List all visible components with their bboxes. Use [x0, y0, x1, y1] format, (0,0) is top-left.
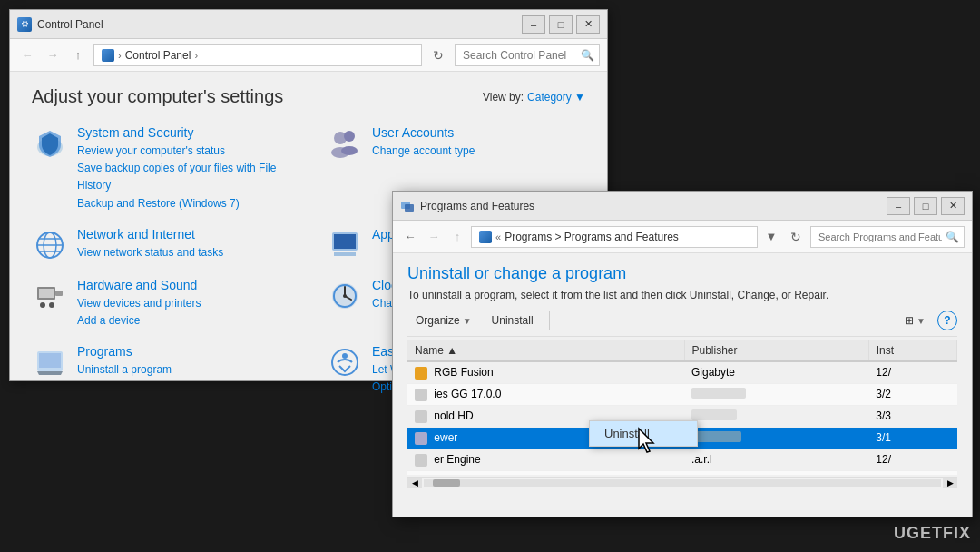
- pf-maximize-button[interactable]: □: [914, 197, 937, 215]
- scrollbar[interactable]: ◀ ▶: [407, 477, 957, 488]
- program-date: 3/2: [868, 383, 956, 405]
- name-header: Name ▲: [407, 340, 684, 361]
- system-security-title[interactable]: System and Security: [77, 125, 290, 140]
- scroll-left-button[interactable]: ◀: [407, 478, 422, 488]
- table-row[interactable]: R 6.10 (64-bit) 2/1: [407, 470, 957, 475]
- publisher-header: Publisher: [684, 340, 868, 361]
- view-by-group: View by: Category ▼: [483, 91, 585, 104]
- pf-close-button[interactable]: ✕: [941, 197, 965, 215]
- context-menu: Uninstall: [589, 420, 698, 447]
- system-security-content: System and Security Review your computer…: [77, 125, 290, 212]
- up-button[interactable]: ↑: [68, 45, 88, 65]
- table-row[interactable]: RGB Fusion Gigabyte 12/: [407, 361, 957, 383]
- svg-point-16: [40, 302, 45, 308]
- back-button[interactable]: ←: [17, 45, 37, 65]
- address-field[interactable]: › Control Panel ›: [93, 44, 422, 66]
- programs-features-window: Programs and Features – □ ✕ ← → ↑ « Prog…: [392, 191, 973, 518]
- system-security-icon: [32, 125, 68, 162]
- forward-button[interactable]: →: [43, 45, 63, 65]
- uninstall-link[interactable]: Uninstall a program: [77, 361, 172, 379]
- program-publisher: Gigabyte: [684, 361, 868, 383]
- maximize-button[interactable]: □: [549, 15, 573, 34]
- program-publisher: [684, 427, 868, 448]
- table-row[interactable]: ies GG 17.0.0 3/2: [407, 383, 957, 405]
- svg-point-4: [341, 146, 358, 155]
- hardware-icon: [32, 278, 68, 314]
- network-title[interactable]: Network and Internet: [77, 227, 223, 242]
- hardware-title[interactable]: Hardware and Sound: [77, 278, 201, 292]
- pf-refresh-button[interactable]: ↻: [785, 226, 807, 248]
- uninstall-button[interactable]: Uninstall: [484, 310, 542, 330]
- network-status-link[interactable]: View network status and tasks: [77, 244, 223, 261]
- scroll-thumb[interactable]: [433, 479, 460, 487]
- network-content: Network and Internet View network status…: [77, 227, 223, 261]
- organize-button[interactable]: Organize ▼: [407, 310, 480, 330]
- control-panel-icon: ⚙: [17, 17, 32, 32]
- table-row[interactable]: er Engine .a.r.l 12/: [407, 448, 957, 470]
- pf-table-wrapper: Name ▲ Publisher Inst RGB Fusion Gigabyt…: [407, 340, 957, 475]
- control-panel-titlebar: ⚙ Control Panel – □ ✕: [10, 10, 607, 39]
- programs-content: Programs Uninstall a program: [77, 344, 172, 379]
- table-body: RGB Fusion Gigabyte 12/ ies GG 17.0.0 3/…: [407, 361, 957, 475]
- category-system-security: System and Security Review your computer…: [32, 125, 290, 212]
- pf-minimize-button[interactable]: –: [887, 197, 910, 215]
- uninstall-context-item[interactable]: Uninstall: [590, 421, 697, 446]
- cp-header: Adjust your computer's settings View by:…: [32, 86, 585, 107]
- appearance-icon: [327, 227, 363, 263]
- minimize-button[interactable]: –: [522, 15, 545, 34]
- pf-content: Uninstall or change a program To uninsta…: [393, 253, 972, 498]
- pf-description: To uninstall a program, select it from t…: [407, 289, 957, 301]
- clock-icon: [327, 278, 363, 314]
- pf-search-input[interactable]: [810, 226, 965, 248]
- page-title: Adjust your computer's settings: [32, 86, 283, 107]
- pf-search-wrapper: 🔍: [810, 226, 965, 248]
- change-account-link[interactable]: Change account type: [372, 143, 475, 160]
- backup-link[interactable]: Save backup copies of your files with Fi…: [77, 160, 290, 194]
- pf-forward-button[interactable]: →: [424, 227, 444, 247]
- organize-dropdown-arrow: ▼: [463, 316, 472, 326]
- search-icon: 🔍: [581, 49, 594, 62]
- breadcrumb-text: Control Panel: [125, 49, 191, 62]
- pf-address-field[interactable]: « Programs > Programs and Features: [471, 226, 758, 248]
- svg-rect-12: [334, 252, 356, 256]
- svg-rect-24: [39, 353, 61, 368]
- svg-point-22: [343, 294, 347, 298]
- add-device-link[interactable]: Add a device: [77, 312, 201, 330]
- scroll-right-button[interactable]: ▶: [943, 478, 957, 488]
- program-name: ies GG 17.0.0: [407, 383, 684, 405]
- programs-icon: [32, 344, 68, 380]
- program-date: 3/3: [868, 405, 956, 427]
- pf-address-bar: ← → ↑ « Programs > Programs and Features…: [393, 221, 972, 253]
- address-bar: ← → ↑ › Control Panel › ↻ 🔍: [10, 39, 607, 72]
- pf-icon: [400, 199, 415, 213]
- review-computer-link[interactable]: Review your computer's status: [77, 143, 290, 160]
- breadcrumb-icon: [102, 49, 114, 62]
- user-accounts-content: User Accounts Change account type: [372, 125, 475, 160]
- breadcrumb-arrow: ›: [194, 50, 198, 61]
- pf-title: Programs and Features: [420, 200, 534, 212]
- close-button[interactable]: ✕: [576, 15, 600, 34]
- user-accounts-title[interactable]: User Accounts: [372, 125, 475, 140]
- help-button[interactable]: ?: [937, 310, 957, 330]
- window-title-group: ⚙ Control Panel: [17, 17, 103, 32]
- pf-breadcrumb-icon: [479, 231, 492, 243]
- program-date: 3/1: [868, 427, 956, 448]
- pf-search-icon: 🔍: [946, 231, 959, 243]
- programs-title[interactable]: Programs: [77, 344, 172, 359]
- toolbar-separator: [549, 311, 550, 330]
- pf-dropdown-button[interactable]: ▼: [761, 227, 781, 247]
- pf-up-button[interactable]: ↑: [447, 227, 467, 247]
- view-by-link[interactable]: Category ▼: [527, 91, 585, 104]
- program-name: RGB Fusion: [407, 361, 684, 383]
- hardware-content: Hardware and Sound View devices and prin…: [77, 278, 201, 330]
- refresh-button[interactable]: ↻: [427, 44, 449, 66]
- view-options-button[interactable]: ⊞ ▼: [897, 310, 934, 330]
- table-header: Name ▲ Publisher Inst: [407, 340, 957, 361]
- backup-restore-link[interactable]: Backup and Restore (Windows 7): [77, 195, 290, 212]
- devices-printers-link[interactable]: View devices and printers: [77, 295, 201, 312]
- program-publisher: .a.r.l: [684, 448, 868, 470]
- pf-back-button[interactable]: ←: [400, 227, 420, 247]
- svg-rect-14: [39, 289, 54, 298]
- search-input[interactable]: [455, 44, 600, 66]
- control-panel-title: Control Panel: [37, 18, 103, 31]
